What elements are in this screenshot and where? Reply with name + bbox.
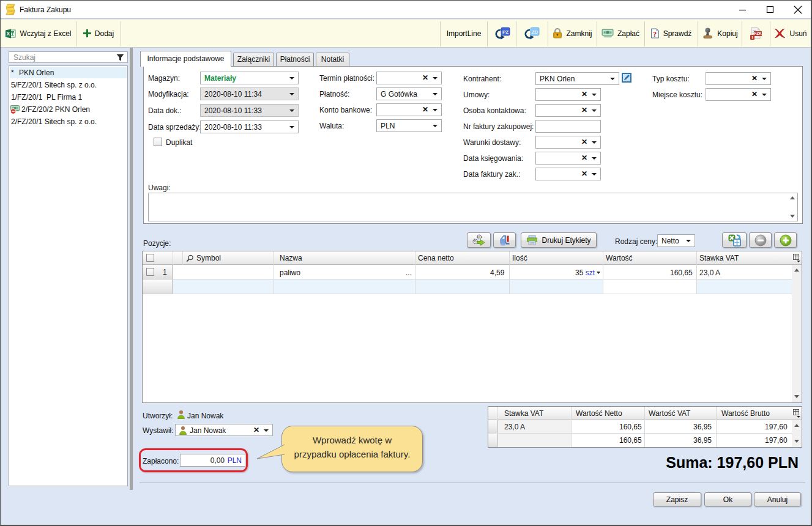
- svg-text:FZK: FZK: [754, 31, 762, 35]
- svg-text:!: !: [751, 34, 753, 40]
- svg-text:?: ?: [653, 30, 657, 39]
- svg-text:ZD: ZD: [532, 29, 538, 34]
- svg-text:PZ: PZ: [502, 29, 508, 34]
- svg-text:X: X: [7, 31, 10, 37]
